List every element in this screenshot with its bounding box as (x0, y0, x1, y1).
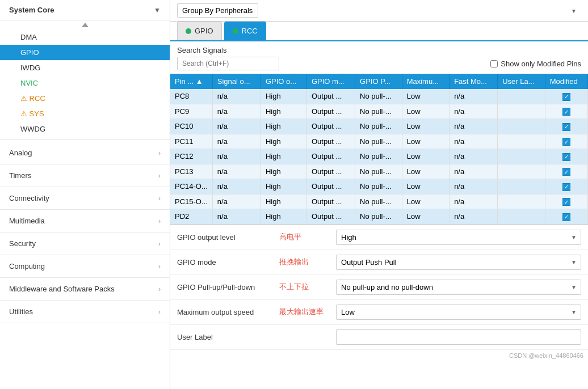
sidebar-item-nvic[interactable]: NVIC (0, 75, 170, 91)
table-header-cell[interactable]: GPIO m... (306, 74, 355, 89)
table-cell: n/a (212, 194, 261, 209)
table-cell: PC8 (170, 89, 212, 104)
modified-checkbox[interactable]: ✓ (562, 213, 570, 221)
table-row[interactable]: PC14-O...n/aHighOutput ...No pull-...Low… (170, 179, 588, 195)
sidebar-category-middleware[interactable]: Middleware and Software Packs › (0, 278, 170, 301)
rcc-tab[interactable]: RCC (224, 22, 266, 40)
sidebar-category-multimedia[interactable]: Multimedia › (0, 210, 170, 232)
table-cell (498, 179, 545, 195)
gpio-tab[interactable]: GPIO (177, 22, 222, 40)
modified-checkbox[interactable]: ✓ (562, 168, 570, 176)
table-cell: High (261, 164, 306, 179)
table-cell: No pull-... (355, 89, 402, 104)
sidebar-category-utilities[interactable]: Utilities › (0, 301, 170, 323)
group-by-wrapper: Group By PeripheralsGroup By Mode (177, 3, 581, 18)
table-cell: Low (402, 164, 449, 179)
table-cell-modified: ✓ (545, 179, 587, 195)
table-cell: PD2 (170, 209, 212, 225)
show-modified-checkbox[interactable] (490, 60, 498, 67)
modified-checkbox[interactable]: ✓ (562, 123, 570, 131)
prop-label-user-label: User Label (177, 333, 279, 341)
table-cell (498, 89, 545, 104)
table-header-cell[interactable]: Pin ... ▲ (170, 74, 212, 89)
table-cell: High (261, 134, 306, 149)
sidebar-category-connectivity[interactable]: Connectivity › (0, 187, 170, 210)
tabs-bar: GPIO RCC (170, 22, 588, 41)
sidebar-category-label-middleware: Middleware and Software Packs (9, 285, 115, 293)
table-cell: PC14-O... (170, 179, 212, 195)
modified-checkbox[interactable]: ✓ (562, 198, 570, 206)
table-header-cell[interactable]: Fast Mo... (450, 74, 498, 89)
prop-label-gpio-pullup: GPIO Pull-up/Pull-down (177, 283, 279, 291)
table-cell: No pull-... (355, 104, 402, 119)
chevron-right-icon: › (158, 217, 161, 225)
table-row[interactable]: PC8n/aHighOutput ...No pull-...Lown/a✓ (170, 89, 588, 104)
sidebar-item-rcc[interactable]: ⚠ RCC (0, 91, 170, 106)
table-header-cell[interactable]: User La... (498, 74, 545, 89)
sidebar-item-gpio[interactable]: GPIO (0, 45, 170, 60)
table-cell: Low (402, 149, 449, 164)
chevron-right-icon: › (158, 172, 161, 180)
search-input[interactable] (177, 57, 279, 70)
sidebar-item-dma[interactable]: DMA (0, 29, 170, 45)
table-header-cell[interactable]: Modified (545, 74, 587, 89)
prop-select-gpio-mode[interactable]: Output Push PullOutput Open Drain (336, 255, 581, 270)
chevron-right-icon: › (158, 149, 161, 157)
prop-input-user-label[interactable] (336, 329, 581, 345)
table-header-cell[interactable]: GPIO o... (261, 74, 306, 89)
sidebar-category-security[interactable]: Security › (0, 232, 170, 255)
sidebar-item-label-nvic: NVIC (20, 79, 38, 87)
table-cell: Low (402, 209, 449, 225)
modified-checkbox[interactable]: ✓ (562, 153, 570, 161)
table-cell: High (261, 104, 306, 119)
show-modified-container: Show only Modified Pins (490, 60, 581, 68)
table-row[interactable]: PD2n/aHighOutput ...No pull-...Lown/a✓ (170, 209, 588, 225)
table-cell: Low (402, 119, 449, 134)
sidebar-section-system-core[interactable]: System Core ▼ (0, 0, 170, 20)
prop-select-gpio-pullup[interactable]: No pull-up and no pull-downPull-upPull-d… (336, 280, 581, 295)
table-cell: PC11 (170, 134, 212, 149)
table-cell: n/a (450, 209, 498, 225)
properties-panel: GPIO output level高电平HighLowGPIO mode推挽输出… (170, 225, 588, 390)
modified-checkbox[interactable]: ✓ (562, 138, 570, 146)
table-row[interactable]: PC11n/aHighOutput ...No pull-...Lown/a✓ (170, 134, 588, 149)
table-cell (498, 209, 545, 225)
main-content: Group By PeripheralsGroup By Mode GPIO R… (170, 0, 588, 389)
gpio-table: Pin ... ▲Signal o...GPIO o...GPIO m...GP… (170, 74, 588, 225)
prop-select-gpio-speed[interactable]: LowMediumHighVery High (336, 305, 581, 320)
table-cell: n/a (212, 134, 261, 149)
prop-row-gpio-output-level: GPIO output level高电平HighLow (170, 225, 588, 250)
table-cell (498, 104, 545, 119)
table-row[interactable]: PC12n/aHighOutput ...No pull-...Lown/a✓ (170, 149, 588, 164)
sidebar-category-timers[interactable]: Timers › (0, 164, 170, 187)
group-by-select[interactable]: Group By PeripheralsGroup By Mode (177, 3, 258, 18)
prop-chinese-gpio-speed: 最大输出速率 (279, 307, 336, 317)
modified-checkbox[interactable]: ✓ (562, 183, 570, 191)
table-header-cell[interactable]: Signal o... (212, 74, 261, 89)
sidebar-item-label-rcc: ⚠ RCC (20, 94, 45, 103)
sidebar-category-analog[interactable]: Analog › (0, 142, 170, 164)
prop-select-gpio-output-level[interactable]: HighLow (336, 230, 581, 245)
modified-checkbox[interactable]: ✓ (562, 93, 570, 101)
table-row[interactable]: PC13n/aHighOutput ...No pull-...Lown/a✓ (170, 164, 588, 179)
prop-row-gpio-pullup: GPIO Pull-up/Pull-down不上下拉No pull-up and… (170, 275, 588, 300)
prop-label-gpio-speed: Maximum output speed (177, 308, 279, 316)
table-row[interactable]: PC15-O...n/aHighOutput ...No pull-...Low… (170, 194, 588, 209)
table-cell-modified: ✓ (545, 209, 587, 225)
table-header-cell[interactable]: GPIO P... (355, 74, 402, 89)
prop-row-gpio-mode: GPIO mode推挽输出Output Push PullOutput Open… (170, 250, 588, 275)
table-cell: No pull-... (355, 164, 402, 179)
table-cell: Output ... (306, 194, 355, 209)
modified-checkbox[interactable]: ✓ (562, 108, 570, 116)
sidebar-item-wwdg[interactable]: WWDG (0, 121, 170, 137)
sidebar-category-computing[interactable]: Computing › (0, 255, 170, 278)
sidebar-item-iwdg[interactable]: IWDG (0, 60, 170, 75)
table-row[interactable]: PC9n/aHighOutput ...No pull-...Lown/a✓ (170, 104, 588, 119)
prop-select-wrapper-gpio-pullup: No pull-up and no pull-downPull-upPull-d… (336, 280, 581, 295)
table-cell: No pull-... (355, 179, 402, 195)
table-cell: PC15-O... (170, 194, 212, 209)
table-cell: Output ... (306, 179, 355, 195)
sidebar-item-sys[interactable]: ⚠ SYS (0, 106, 170, 121)
table-row[interactable]: PC10n/aHighOutput ...No pull-...Lown/a✓ (170, 119, 588, 134)
table-header-cell[interactable]: Maximu... (402, 74, 449, 89)
